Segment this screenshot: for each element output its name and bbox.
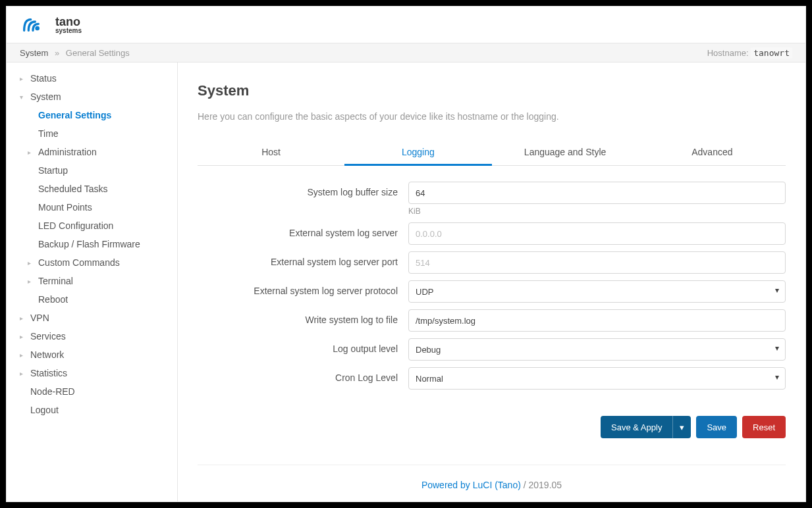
label-out-level: Log output level [198, 338, 408, 354]
sidebar-item-label: Logout [30, 405, 59, 415]
reset-button[interactable]: Reset [742, 416, 786, 438]
sidebar-item-label: Scheduled Tasks [38, 184, 108, 194]
sidebar-item-startup[interactable]: Startup [7, 161, 177, 180]
label-buffer-size: System log buffer size [198, 182, 408, 197]
page-title: System [198, 82, 786, 99]
sidebar-item-vpn[interactable]: ▸VPN [7, 309, 177, 327]
tab-host[interactable]: Host [198, 140, 344, 166]
chevron-right-icon: ▸ [20, 333, 29, 340]
sidebar-item-time[interactable]: Time [7, 124, 177, 143]
chevron-right-icon: ▸ [28, 149, 37, 156]
sidebar-item-mount-points[interactable]: Mount Points [7, 198, 177, 216]
save-apply-group: Save & Apply ▾ [601, 416, 691, 438]
hostname-indicator: Hostname: tanowrt [707, 48, 792, 58]
sidebar-item-general-settings[interactable]: General Settings [7, 106, 177, 124]
sidebar-item-reboot[interactable]: Reboot [7, 290, 177, 309]
sidebar-item-label: System [30, 91, 61, 102]
save-button[interactable]: Save [696, 416, 737, 438]
header: tano systems [7, 7, 805, 43]
sidebar-item-custom-commands[interactable]: ▸Custom Commands [7, 253, 177, 272]
sidebar-item-label: Backup / Flash Firmware [38, 239, 140, 249]
actions: Save & Apply ▾ Save Reset [198, 416, 786, 438]
sidebar-item-label: Terminal [38, 276, 73, 286]
breadcrumb-sep: » [55, 48, 59, 58]
page-description: Here you can configure the basic aspects… [198, 111, 786, 122]
sidebar-item-scheduled-tasks[interactable]: Scheduled Tasks [7, 180, 177, 198]
sidebar-item-services[interactable]: ▸Services [7, 327, 177, 345]
chevron-right-icon: ▸ [28, 259, 37, 267]
sidebar-item-label: Mount Points [38, 202, 92, 213]
brand-sub: systems [55, 28, 82, 34]
label-ext-port: External system log server port [198, 251, 408, 267]
breadcrumb-current: General Settings [66, 48, 130, 58]
breadcrumb: System » General Settings [20, 48, 130, 58]
brand-text: tano systems [55, 16, 82, 34]
hostname-label: Hostname: [707, 48, 749, 58]
sidebar-item-terminal[interactable]: ▸Terminal [7, 272, 177, 290]
sidebar-item-status[interactable]: ▸Status [7, 69, 177, 88]
sidebar-item-network[interactable]: ▸Network [7, 345, 177, 364]
chevron-right-icon: ▸ [28, 278, 37, 285]
chevron-right-icon: ▸ [20, 315, 29, 322]
sidebar-item-label: Administration [38, 147, 97, 157]
sidebar-item-label: Services [30, 331, 66, 342]
label-write-file: Write system log to file [198, 309, 408, 325]
brand-logo: tano systems [20, 14, 82, 36]
save-apply-dropdown-button[interactable]: ▾ [672, 416, 691, 438]
select-cron-level[interactable]: Normal [408, 367, 786, 390]
row-ext-proto: External system log server protocol UDP [198, 280, 786, 303]
tab-logging[interactable]: Logging [344, 140, 491, 166]
chevron-down-icon: ▾ [20, 93, 29, 101]
hint-buffer-size: KiB [408, 207, 786, 216]
row-ext-server: External system log server [198, 222, 786, 245]
breadcrumb-root[interactable]: System [20, 48, 48, 58]
row-cron-level: Cron Log Level Normal [198, 367, 786, 390]
tabs: Host Logging Language and Style Advanced [198, 140, 786, 166]
sidebar-item-label: VPN [30, 313, 49, 323]
chevron-right-icon: ▸ [20, 351, 29, 359]
input-ext-server[interactable] [408, 222, 786, 245]
label-cron-level: Cron Log Level [198, 367, 408, 383]
sidebar-item-statistics[interactable]: ▸Statistics [7, 364, 177, 382]
sidebar-item-label: Statistics [30, 368, 67, 378]
sidebar-item-label: Time [38, 128, 59, 139]
save-apply-button[interactable]: Save & Apply [601, 416, 672, 438]
sidebar-item-system[interactable]: ▾System [7, 88, 177, 106]
label-ext-proto: External system log server protocol [198, 280, 408, 296]
sidebar-item-label: Startup [38, 165, 68, 176]
select-out-level[interactable]: Debug [408, 338, 786, 361]
footer-link[interactable]: Powered by LuCI (Tano) [421, 480, 521, 490]
sidebar-item-backup-flash[interactable]: Backup / Flash Firmware [7, 235, 177, 253]
chevron-down-icon: ▾ [680, 422, 684, 432]
sidebar-item-label: Reboot [38, 294, 68, 305]
row-buffer-size: System log buffer size KiB [198, 182, 786, 216]
input-buffer-size[interactable] [408, 182, 786, 204]
svg-point-0 [35, 26, 40, 30]
body: ▸Status ▾System General Settings Time ▸A… [7, 63, 805, 501]
select-ext-proto[interactable]: UDP [408, 280, 786, 303]
label-ext-server: External system log server [198, 222, 408, 238]
tab-language-style[interactable]: Language and Style [492, 140, 639, 166]
sidebar-item-node-red[interactable]: Node-RED [7, 382, 177, 401]
sidebar: ▸Status ▾System General Settings Time ▸A… [7, 63, 178, 501]
chevron-right-icon: ▸ [20, 370, 29, 377]
footer-version: / 2019.05 [524, 480, 562, 490]
hostname-value: tanowrt [751, 47, 792, 59]
row-ext-port: External system log server port [198, 251, 786, 274]
brand-name: tano [55, 16, 82, 28]
sidebar-item-administration[interactable]: ▸Administration [7, 143, 177, 161]
tab-advanced[interactable]: Advanced [639, 140, 786, 166]
row-write-file: Write system log to file [198, 309, 786, 332]
sidebar-item-label: LED Configuration [38, 220, 113, 231]
sidebar-item-label: Status [30, 73, 57, 84]
sidebar-item-led-config[interactable]: LED Configuration [7, 216, 177, 235]
sidebar-item-label: Node-RED [30, 386, 75, 397]
input-ext-port[interactable] [408, 251, 786, 274]
sidebar-item-logout[interactable]: Logout [7, 401, 177, 419]
sidebar-item-label: Network [30, 349, 64, 360]
input-write-file[interactable] [408, 309, 786, 332]
row-out-level: Log output level Debug [198, 338, 786, 361]
main-content: System Here you can configure the basic … [178, 63, 805, 501]
app-window: tano systems System » General Settings H… [6, 6, 806, 502]
sidebar-item-label: General Settings [38, 110, 111, 120]
